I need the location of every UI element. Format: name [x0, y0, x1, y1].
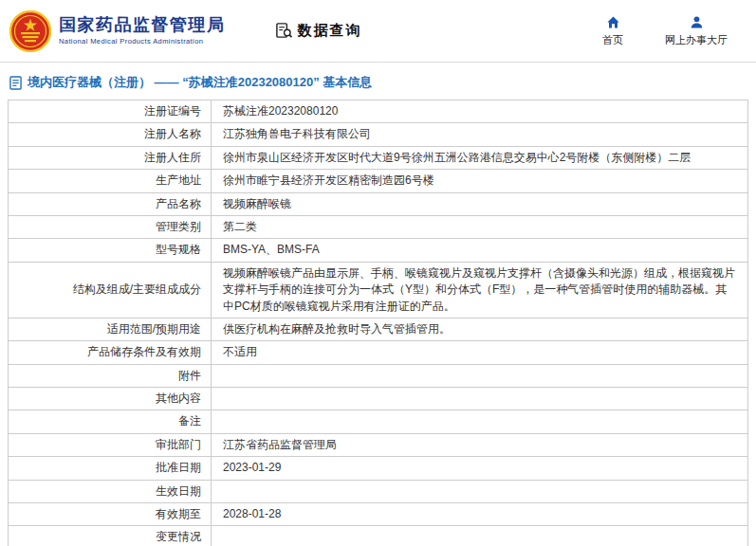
org-name-en: National Medical Products Administration	[59, 38, 226, 46]
row-value: 第二类	[212, 215, 748, 238]
row-value: 不适用	[212, 341, 748, 364]
table-row: 适用范围/预期用途供医疗机构在麻醉及抢救时导入气管插管用。	[9, 318, 748, 340]
table-row: 变更情况	[9, 526, 748, 546]
row-label: 附件	[9, 364, 212, 387]
row-value	[212, 526, 748, 546]
row-value	[212, 410, 748, 433]
row-label: 生产地址	[9, 170, 212, 192]
table-row: 产品名称视频麻醉喉镜	[9, 192, 748, 215]
nav-service-hall-label: 网上办事大厅	[665, 33, 728, 47]
data-query-label: 数据查询	[298, 22, 362, 40]
table-row: 注册人名称江苏独角兽电子科技有限公司	[9, 123, 748, 146]
page-root: 国家药品监督管理局 National Medical Products Admi…	[0, 0, 756, 546]
page-title-text: 境内医疗器械（注册） —— “苏械注准20232080120” 基本信息	[28, 74, 372, 91]
row-label: 产品名称	[9, 192, 212, 215]
row-value	[212, 480, 748, 502]
table-row: 生产地址徐州市睢宁县经济开发区精密制造园6号楼	[9, 170, 748, 192]
table-row: 批准日期2023-01-29	[9, 457, 748, 480]
brand-text: 国家药品监督管理局 National Medical Products Admi…	[59, 15, 226, 46]
row-label: 批准日期	[9, 457, 212, 480]
row-value	[212, 364, 748, 387]
table-row: 附件	[9, 364, 748, 387]
row-value: 2028-01-28	[212, 503, 748, 526]
row-label: 审批部门	[9, 433, 212, 456]
top-nav: 首页 网上办事大厅	[602, 15, 728, 47]
row-label: 管理类别	[9, 215, 212, 238]
table-row: 有效期至2028-01-28	[9, 503, 748, 526]
table-row: 审批部门江苏省药品监督管理局	[9, 433, 748, 456]
row-label: 备注	[9, 410, 212, 433]
nav-home-label: 首页	[602, 33, 623, 47]
home-icon	[606, 15, 620, 29]
nav-home[interactable]: 首页	[602, 15, 623, 47]
row-label: 适用范围/预期用途	[9, 318, 212, 340]
table-row: 产品储存条件及有效期不适用	[9, 341, 748, 364]
row-value: BMS-YA、BMS-FA	[212, 239, 748, 262]
table-row: 管理类别第二类	[9, 215, 748, 238]
table-row: 注册人住所徐州市泉山区经济开发区时代大道9号徐州五洲公路港信息交易中心2号附楼（…	[9, 146, 748, 169]
table-row: 其他内容	[9, 388, 748, 410]
row-label: 产品储存条件及有效期	[9, 341, 212, 364]
row-value: 2023-01-29	[212, 457, 748, 480]
person-icon	[690, 15, 704, 29]
table-row: 结构及组成/主要组成成分视频麻醉喉镜产品由显示屏、手柄、喉镜窥视片及窥视片支撑杆…	[9, 262, 748, 318]
row-value: 江苏独角兽电子科技有限公司	[212, 123, 748, 146]
document-icon	[9, 76, 22, 90]
brand[interactable]: 国家药品监督管理局 National Medical Products Admi…	[9, 10, 226, 52]
page-title: 境内医疗器械（注册） —— “苏械注准20232080120” 基本信息	[0, 63, 756, 100]
table-wrap: 注册证编号苏械注准20232080120注册人名称江苏独角兽电子科技有限公司注册…	[0, 100, 756, 546]
row-value: 视频麻醉喉镜产品由显示屏、手柄、喉镜窥视片及窥视片支撑杆（含摄像头和光源）组成，…	[212, 262, 748, 318]
row-value: 徐州市睢宁县经济开发区精密制造园6号楼	[212, 170, 748, 192]
row-value: 徐州市泉山区经济开发区时代大道9号徐州五洲公路港信息交易中心2号附楼（东侧附楼）…	[212, 146, 748, 169]
table-row: 备注	[9, 410, 748, 433]
table-row: 型号规格BMS-YA、BMS-FA	[9, 239, 748, 262]
row-label: 变更情况	[9, 526, 212, 546]
data-query-section: 数据查询	[275, 22, 362, 40]
table-row: 生效日期	[9, 480, 748, 502]
row-label: 注册人名称	[9, 123, 212, 146]
row-value	[212, 388, 748, 410]
info-table-body: 注册证编号苏械注准20232080120注册人名称江苏独角兽电子科技有限公司注册…	[9, 100, 748, 546]
info-table: 注册证编号苏械注准20232080120注册人名称江苏独角兽电子科技有限公司注册…	[8, 100, 748, 546]
row-label: 其他内容	[9, 388, 212, 410]
row-value: 苏械注准20232080120	[212, 100, 748, 123]
row-label: 型号规格	[9, 239, 212, 262]
row-label: 注册证编号	[9, 100, 212, 123]
row-value: 江苏省药品监督管理局	[212, 433, 748, 456]
row-value: 视频麻醉喉镜	[212, 192, 748, 215]
row-label: 有效期至	[9, 503, 212, 526]
row-label: 结构及组成/主要组成成分	[9, 262, 212, 318]
nav-service-hall[interactable]: 网上办事大厅	[665, 15, 728, 47]
table-row: 注册证编号苏械注准20232080120	[9, 100, 748, 123]
national-emblem-icon	[9, 10, 51, 52]
row-label: 生效日期	[9, 480, 212, 502]
data-query-icon	[275, 22, 293, 40]
row-value: 供医疗机构在麻醉及抢救时导入气管插管用。	[212, 318, 748, 340]
site-header: 国家药品监督管理局 National Medical Products Admi…	[0, 0, 756, 63]
row-label: 注册人住所	[9, 146, 212, 169]
org-name-cn: 国家药品监督管理局	[59, 15, 226, 35]
